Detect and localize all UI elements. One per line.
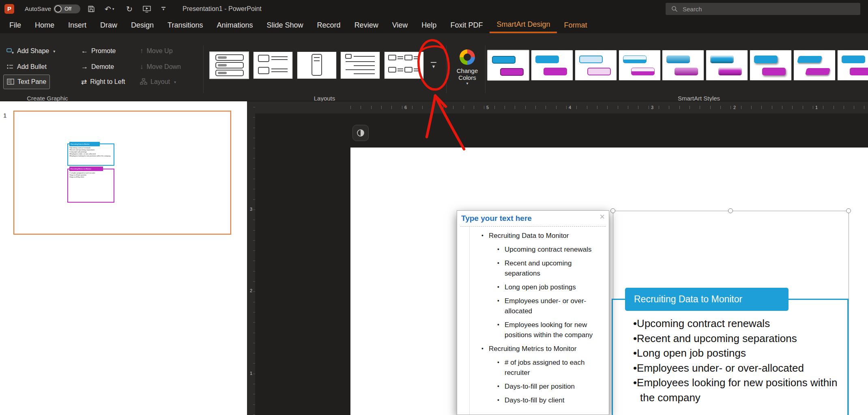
undo-button[interactable]: ↶ ▾	[105, 0, 114, 18]
text-pane-item[interactable]: •Employees under- or over-allocated	[457, 296, 605, 316]
selection-handle[interactable]	[728, 208, 733, 213]
horizontal-ruler: 654321	[255, 101, 868, 113]
smartart-style-option-3[interactable]	[575, 50, 617, 81]
tab-transitions[interactable]: Transitions	[161, 18, 210, 33]
tab-view[interactable]: View	[385, 18, 415, 33]
tab-animations[interactable]: Animations	[210, 18, 260, 33]
move-up-button: ↑ Move Up	[137, 44, 176, 58]
group-label-smartart-styles: SmartArt Styles	[678, 95, 720, 102]
ruler-number: 2	[250, 288, 252, 293]
bullet-icon: •	[497, 244, 499, 255]
style-cyan-shape	[623, 56, 647, 63]
tab-file[interactable]: File	[2, 18, 28, 33]
selection-handle[interactable]	[610, 208, 615, 213]
text-pane-button[interactable]: Text Pane	[3, 75, 50, 89]
text-pane-item-text: Recruiting Data to Monitor	[489, 232, 569, 240]
smartart-style-option-8[interactable]	[793, 50, 836, 81]
layouts-gallery-more-button[interactable]: ▼	[423, 51, 443, 79]
layout-option-4[interactable]	[340, 51, 380, 79]
text-pane-item[interactable]: •Days-to-fill by client	[457, 395, 605, 405]
slide-thumbnail[interactable]: Recruiting Data to Monitor •Upcoming con…	[13, 111, 231, 235]
tab-draw[interactable]: Draw	[93, 18, 124, 33]
tab-record[interactable]: Record	[310, 18, 348, 33]
add-shape-button[interactable]: Add Shape ▾	[3, 44, 58, 58]
text-pane-item[interactable]: •Long open job postings	[457, 282, 605, 292]
text-pane-item-text: Long open job postings	[505, 283, 576, 291]
text-pane-item[interactable]: •Recruiting Metrics to Monitor	[457, 344, 607, 354]
swap-arrows-icon: ⇄	[81, 78, 87, 86]
tab-design[interactable]: Design	[124, 18, 161, 33]
text-pane-item[interactable]: •Recruiting Data to Monitor	[457, 231, 607, 241]
text-pane-item-text: Recruiting Metrics to Monitor	[489, 345, 576, 353]
mini-bullet-line: •Employees looking for new positions wit…	[69, 155, 113, 157]
add-bullet-label: Add Bullet	[17, 63, 47, 71]
style-magenta-shape	[631, 68, 655, 75]
add-bullet-icon	[6, 63, 14, 71]
style-cyan-shape	[754, 56, 778, 63]
autosave-state: Off	[64, 4, 71, 13]
save-button[interactable]	[88, 0, 95, 18]
group-label-layouts: Layouts	[314, 95, 335, 102]
redo-button[interactable]: ↻	[126, 0, 133, 18]
bullet-icon: •	[497, 282, 499, 292]
mini-smartart-box-2: •# of jobs assigned to each recruiter•Da…	[67, 169, 114, 203]
tab-foxit-pdf[interactable]: Foxit PDF	[443, 18, 490, 33]
smartart-style-option-1[interactable]	[487, 50, 529, 81]
bullet-icon: •	[497, 296, 499, 306]
layout-list-icon	[210, 52, 249, 78]
smartart-style-option-4[interactable]	[619, 50, 661, 81]
text-pane-item[interactable]: •Upcoming contract renewals	[457, 244, 605, 255]
smartart-style-option-5[interactable]	[662, 50, 704, 81]
smartart-style-option-6[interactable]	[706, 50, 748, 81]
text-pane-item[interactable]: •# of jobs assigned to each recruiter	[457, 357, 605, 378]
save-icon	[88, 5, 95, 13]
promote-button[interactable]: ← Promote	[78, 44, 119, 58]
tab-help[interactable]: Help	[415, 18, 443, 33]
selection-handle[interactable]	[846, 208, 851, 213]
bullet-icon: •	[497, 258, 499, 268]
text-pane-item[interactable]: •Recent and upcoming separations	[457, 258, 605, 278]
layout-option-2[interactable]	[253, 51, 293, 79]
tab-home[interactable]: Home	[28, 18, 61, 33]
close-icon[interactable]: ×	[599, 212, 605, 221]
search-input[interactable]: Search	[666, 3, 860, 15]
tab-format[interactable]: Format	[557, 18, 594, 33]
smartart-style-option-9[interactable]	[837, 50, 868, 81]
smartart-style-option-2[interactable]	[531, 50, 573, 81]
selection-border	[849, 211, 849, 415]
smartart-bullet: •Employees looking for new positions wit…	[633, 375, 841, 405]
customize-quick-access-button[interactable]: ▾	[161, 0, 165, 18]
org-chart-icon	[140, 78, 147, 86]
text-pane-title: Type your text here	[461, 214, 532, 223]
smartart-bullet-list[interactable]: •Upcoming contract renewals•Recent and u…	[633, 316, 841, 405]
tab-slide-show[interactable]: Slide Show	[260, 18, 310, 33]
tab-review[interactable]: Review	[348, 18, 385, 33]
start-slideshow-button[interactable]	[143, 0, 151, 18]
change-colors-button[interactable]: Change Colors ▾	[451, 49, 483, 94]
right-to-left-button[interactable]: ⇄ Right to Left	[78, 75, 129, 89]
add-bullet-button[interactable]: Add Bullet	[3, 60, 50, 74]
text-pane-item-text: Employees under- or over-allocated	[505, 297, 586, 315]
bullet-icon: •	[497, 381, 499, 391]
chevron-down-icon: ▾	[53, 49, 55, 53]
text-pane-item[interactable]: •Employees looking for new positions wit…	[457, 320, 605, 340]
designer-button[interactable]	[352, 125, 369, 141]
slideshow-icon	[143, 5, 151, 13]
demote-button[interactable]: → Demote	[78, 60, 117, 74]
tab-smartart-design[interactable]: SmartArt Design	[490, 18, 557, 33]
bullet-icon: •	[497, 320, 499, 330]
autosave-toggle[interactable]: Off	[54, 4, 80, 13]
smartart-style-option-7[interactable]	[750, 50, 792, 81]
ribbon: Add Shape ▾ Add Bullet Text Pane ← Promo…	[0, 33, 868, 101]
search-placeholder: Search	[683, 6, 702, 13]
smartart-header[interactable]: Recruiting Data to Monitor	[625, 288, 789, 311]
arrow-right-icon: →	[81, 63, 88, 71]
tab-insert[interactable]: Insert	[61, 18, 93, 33]
layout-option-1[interactable]	[209, 51, 249, 79]
arrow-up-icon: ↑	[140, 47, 144, 55]
layout-option-3[interactable]	[297, 51, 337, 79]
text-pane-item[interactable]: •Days-to-fill per position	[457, 381, 605, 391]
layout-option-5[interactable]	[384, 51, 424, 79]
style-cyan-shape	[666, 56, 690, 63]
window-title: Presentation1 - PowerPoint	[183, 0, 262, 18]
